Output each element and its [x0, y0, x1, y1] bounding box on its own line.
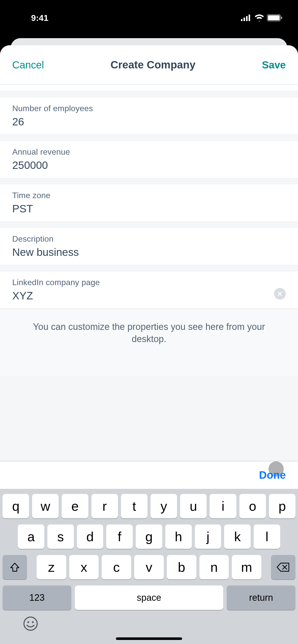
keyboard-row-bottom: 123 space return: [3, 586, 295, 610]
keyboard-row-3: z x c v b n m: [3, 555, 295, 579]
svg-rect-6: [281, 17, 282, 19]
svg-rect-0: [241, 19, 242, 21]
keyboard-accessory-bar: Done: [0, 461, 298, 489]
close-icon: [277, 291, 283, 297]
svg-point-7: [24, 617, 37, 630]
key-n[interactable]: n: [199, 555, 229, 579]
field-value: 26: [12, 116, 286, 128]
key-l[interactable]: l: [254, 524, 280, 549]
key-j[interactable]: j: [195, 524, 221, 549]
key-b[interactable]: b: [167, 555, 196, 579]
key-y[interactable]: y: [151, 494, 177, 518]
delete-icon: [277, 562, 290, 572]
key-d[interactable]: d: [77, 524, 103, 549]
svg-point-8: [28, 621, 29, 623]
key-a[interactable]: a: [18, 524, 44, 549]
form-list[interactable]: Number of employees 26 Annual revenue 25…: [0, 85, 298, 461]
key-v[interactable]: v: [134, 555, 164, 579]
key-t[interactable]: t: [121, 494, 147, 518]
customize-info-text: You can customize the properties you see…: [0, 309, 298, 376]
field-label: Time zone: [12, 191, 286, 200]
cancel-button[interactable]: Cancel: [12, 59, 44, 71]
key-s[interactable]: s: [47, 524, 74, 549]
cellular-icon: [241, 14, 252, 21]
key-e[interactable]: e: [62, 494, 88, 518]
battery-icon: [267, 14, 283, 21]
key-o[interactable]: o: [239, 494, 266, 518]
key-f[interactable]: f: [106, 524, 133, 549]
key-x[interactable]: x: [69, 555, 99, 579]
field-description[interactable]: Description New business: [0, 227, 298, 265]
key-p[interactable]: p: [269, 494, 295, 518]
key-shift[interactable]: [3, 555, 27, 579]
field-annual-revenue[interactable]: Annual revenue 250000: [0, 140, 298, 178]
status-time: 9:41: [13, 13, 48, 23]
key-u[interactable]: u: [180, 494, 207, 518]
status-icons: [241, 14, 285, 21]
key-q[interactable]: q: [3, 494, 29, 518]
field-label: Number of employees: [12, 104, 286, 113]
sheet-header: Cancel Create Company Save: [0, 45, 298, 85]
key-m[interactable]: m: [232, 555, 261, 579]
key-space[interactable]: space: [75, 586, 223, 610]
emoji-icon[interactable]: [23, 616, 38, 631]
modal-sheet: Cancel Create Company Save Number of emp…: [0, 45, 298, 644]
key-h[interactable]: h: [165, 524, 192, 549]
field-time-zone[interactable]: Time zone PST: [0, 184, 298, 222]
field-value: XYZ: [12, 290, 286, 302]
page-title: Create Company: [111, 59, 196, 71]
svg-rect-3: [249, 14, 250, 21]
svg-rect-1: [243, 18, 245, 21]
field-value: 250000: [12, 159, 286, 171]
keyboard: q w e r t y u i o p a s d f g h j k l: [0, 489, 298, 644]
partial-prev-row: [0, 85, 298, 91]
save-button[interactable]: Save: [262, 59, 286, 71]
home-indicator: [116, 637, 182, 640]
done-button[interactable]: Done: [259, 469, 286, 481]
key-numbers[interactable]: 123: [3, 586, 71, 610]
keyboard-row-2: a s d f g h j k l: [3, 524, 295, 549]
shift-icon: [9, 562, 20, 573]
field-number-of-employees[interactable]: Number of employees 26: [0, 97, 298, 135]
key-r[interactable]: r: [91, 494, 118, 518]
svg-rect-5: [268, 15, 280, 20]
key-k[interactable]: k: [224, 524, 251, 549]
key-w[interactable]: w: [32, 494, 59, 518]
status-bar: 9:41: [0, 0, 298, 38]
field-label: Description: [12, 234, 286, 244]
wifi-icon: [254, 14, 264, 21]
key-c[interactable]: c: [102, 555, 131, 579]
key-delete[interactable]: [271, 555, 295, 579]
field-linkedin-company-page[interactable]: LinkedIn company page XYZ: [0, 271, 298, 309]
key-g[interactable]: g: [136, 524, 162, 549]
svg-rect-2: [246, 16, 248, 21]
key-z[interactable]: z: [37, 555, 66, 579]
field-label: Annual revenue: [12, 147, 286, 157]
keyboard-row-1: q w e r t y u i o p: [3, 494, 295, 518]
field-value: PST: [12, 203, 286, 215]
svg-point-9: [32, 621, 34, 623]
field-value: New business: [12, 246, 286, 258]
clear-field-button[interactable]: [274, 288, 286, 300]
key-i[interactable]: i: [210, 494, 236, 518]
key-return[interactable]: return: [227, 586, 295, 610]
field-label: LinkedIn company page: [12, 278, 286, 287]
